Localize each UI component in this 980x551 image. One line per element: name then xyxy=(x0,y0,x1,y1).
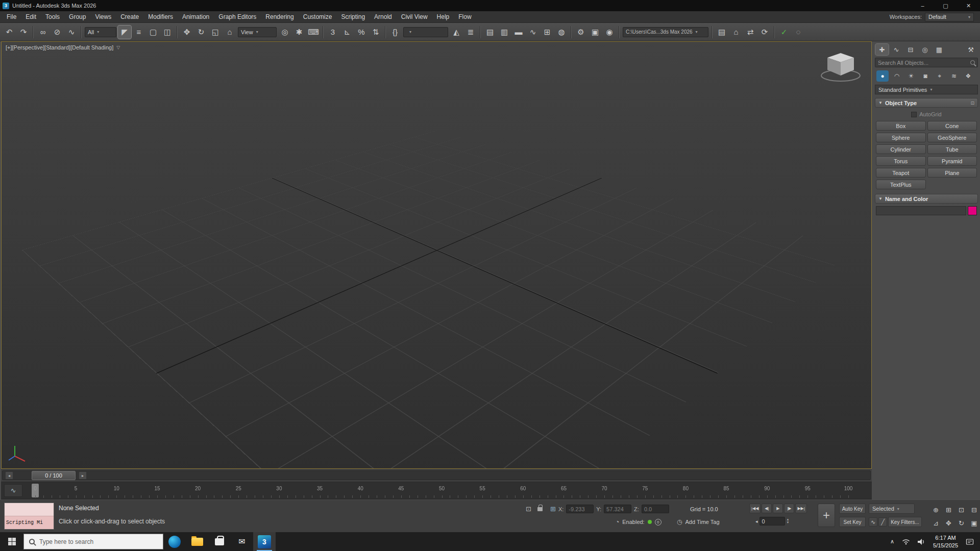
panel-tab-create[interactable]: ✚ xyxy=(875,44,889,55)
scene-converter-icon[interactable]: ⟳ xyxy=(758,26,771,39)
scene-security-tools-icon[interactable]: ✓ xyxy=(777,26,791,39)
add-time-tag[interactable]: Add Time Tag xyxy=(685,519,719,525)
asset-library-icon[interactable]: ▤ xyxy=(715,26,728,39)
minimize-button[interactable]: – xyxy=(911,0,934,11)
bind-to-space-warp-icon[interactable]: ∿ xyxy=(65,26,78,39)
store-taskbar-icon[interactable] xyxy=(208,532,231,551)
angle-snap-toggle-icon[interactable]: ⊾ xyxy=(340,26,354,39)
start-button[interactable] xyxy=(0,532,23,551)
panel-tab-hierarchy[interactable]: ⊟ xyxy=(904,44,917,55)
select-and-place-icon[interactable]: ⌂ xyxy=(223,26,236,39)
toggle-scene-explorer-icon[interactable]: ▤ xyxy=(483,26,497,39)
primitive-category-dropdown[interactable]: Standard Primitives ▾ xyxy=(875,85,978,94)
reference-coordinate-system-dropdown[interactable]: View▾ xyxy=(238,27,277,37)
viewport-filter-icon[interactable]: ▽ xyxy=(116,45,120,50)
select-object-icon[interactable]: ◤ xyxy=(118,26,131,39)
time-configuration-icon[interactable]: ◔ xyxy=(616,518,619,525)
key-filter-set-dropdown[interactable]: Selected ▾ xyxy=(869,504,915,514)
selection-lock-icon[interactable] xyxy=(537,507,543,511)
go-to-end-button[interactable]: ▶▶| xyxy=(795,504,806,513)
percent-snap-toggle-icon[interactable]: % xyxy=(355,26,368,39)
keyboard-shortcut-override-icon[interactable]: ⌨ xyxy=(307,26,320,39)
toggle-ribbon-icon[interactable]: ▬ xyxy=(512,26,525,39)
maximize-button[interactable]: ▢ xyxy=(934,0,957,11)
next-frame-button[interactable]: |▶ xyxy=(784,504,794,513)
render-production-icon[interactable]: ◉ xyxy=(603,26,616,39)
select-and-move-icon[interactable]: ✥ xyxy=(180,26,193,39)
timecode-toggle-icon[interactable]: 0 xyxy=(655,519,662,525)
3ds-max-taskbar-icon[interactable]: 3 xyxy=(253,532,276,551)
mail-taskbar-icon[interactable]: ✉ xyxy=(231,532,253,551)
auto-key-button[interactable]: Auto Key xyxy=(839,504,866,514)
object-type-textplus-button[interactable]: TextPlus xyxy=(876,180,926,189)
category-lights-icon[interactable]: ☀ xyxy=(905,70,917,82)
orbit-icon[interactable]: ↻ xyxy=(955,517,967,529)
search-all-objects-field[interactable] xyxy=(875,58,978,67)
edit-named-selection-sets-icon[interactable]: {} xyxy=(388,26,402,39)
menu-item-arnold[interactable]: Arnold xyxy=(370,11,397,22)
arnold-status-icon[interactable]: ◌ xyxy=(792,26,805,39)
object-type-sphere-button[interactable]: Sphere xyxy=(876,133,926,142)
workspaces-dropdown[interactable]: Default ▾ xyxy=(925,13,974,21)
zoom-icon[interactable]: ⊕ xyxy=(930,504,942,516)
key-filters-button[interactable]: Key Filters... xyxy=(888,517,922,527)
menu-item-edit[interactable]: Edit xyxy=(21,11,41,22)
render-setup-icon[interactable]: ⚙ xyxy=(574,26,587,39)
autogrid-checkbox[interactable] xyxy=(911,112,917,117)
selection-filter-dropdown[interactable]: All▾ xyxy=(85,27,116,37)
z-coordinate-field[interactable]: 0.0 xyxy=(642,505,669,513)
play-button[interactable]: ▶ xyxy=(773,504,783,513)
unlink-selection-icon[interactable]: ⊘ xyxy=(51,26,64,39)
name-and-color-header[interactable]: ▼ Name and Color xyxy=(875,194,978,204)
category-cameras-icon[interactable]: ◙ xyxy=(919,70,932,82)
taskbar-search-box[interactable] xyxy=(23,534,163,549)
field-of-view-icon[interactable]: ⊿ xyxy=(930,517,942,529)
object-type-box-button[interactable]: Box xyxy=(876,121,926,131)
menu-item-scripting[interactable]: Scripting xyxy=(336,11,370,22)
object-type-plane-button[interactable]: Plane xyxy=(927,168,977,178)
category-geometry-icon[interactable]: ● xyxy=(876,70,889,82)
hidden-icons-chevron-icon[interactable]: ∧ xyxy=(890,538,894,545)
select-and-link-icon[interactable]: ∞ xyxy=(36,26,50,39)
track-bar[interactable]: ∿ 05101520253035404550556065707580859095… xyxy=(1,482,872,499)
menu-item-customize[interactable]: Customize xyxy=(299,11,337,22)
set-key-button[interactable]: Set Key xyxy=(839,517,866,527)
align-icon[interactable]: ≣ xyxy=(464,26,477,39)
mini-curve-editor-button[interactable]: ∿ xyxy=(4,484,22,497)
go-to-start-button[interactable]: |◀◀ xyxy=(749,504,761,513)
toggle-layer-explorer-icon[interactable]: ▥ xyxy=(498,26,511,39)
object-type-cone-button[interactable]: Cone xyxy=(927,121,977,131)
viewcube[interactable] xyxy=(817,47,864,85)
next-frame-arrow[interactable]: ▸ xyxy=(79,471,87,480)
selection-region-icon[interactable]: ▢ xyxy=(146,26,160,39)
default-in-tangent-icon[interactable]: ∿ xyxy=(869,517,877,527)
object-type-cylinder-button[interactable]: Cylinder xyxy=(876,144,926,154)
select-by-name-icon[interactable]: ≡ xyxy=(132,26,145,39)
menu-item-views[interactable]: Views xyxy=(90,11,116,22)
frame-spinner[interactable]: ▲▼ xyxy=(787,518,790,524)
object-type-pyramid-button[interactable]: Pyramid xyxy=(927,156,977,166)
maxscript-mini-listener[interactable]: Scripting Mi xyxy=(4,503,54,530)
taskbar-clock[interactable]: 6:17 AM 5/15/2025 xyxy=(933,534,958,549)
category-shapes-icon[interactable]: ◠ xyxy=(891,70,903,82)
close-button[interactable]: ✕ xyxy=(957,0,980,11)
select-and-rotate-icon[interactable]: ↻ xyxy=(194,26,208,39)
mirror-icon[interactable]: ◭ xyxy=(450,26,463,39)
menu-item-animation[interactable]: Animation xyxy=(178,11,214,22)
panel-tab-motion[interactable]: ◎ xyxy=(918,44,932,55)
max-interactive-icon[interactable]: ⇄ xyxy=(744,26,757,39)
perspective-viewport[interactable]: [+][Perspective][Standard][Default Shadi… xyxy=(1,41,872,469)
zoom-extents-all-icon[interactable]: ⊟ xyxy=(968,504,980,516)
spinner-snap-toggle-icon[interactable]: ⇅ xyxy=(369,26,382,39)
menu-item-graph-editors[interactable]: Graph Editors xyxy=(214,11,261,22)
menu-item-create[interactable]: Create xyxy=(116,11,143,22)
named-selection-sets-dropdown[interactable]: ▾ xyxy=(403,27,448,37)
object-type-geosphere-button[interactable]: GeoSphere xyxy=(927,133,977,142)
time-slider-handle[interactable]: 0 / 100 xyxy=(32,471,76,480)
open-project-folder-icon[interactable]: ⌂ xyxy=(729,26,743,39)
menu-item-rendering[interactable]: Rendering xyxy=(261,11,298,22)
undo-icon[interactable]: ↶ xyxy=(3,26,16,39)
schematic-view-icon[interactable]: ⊞ xyxy=(541,26,554,39)
network-icon[interactable] xyxy=(902,538,910,545)
viewport-label[interactable]: [+][Perspective][Standard][Default Shadi… xyxy=(6,44,113,51)
